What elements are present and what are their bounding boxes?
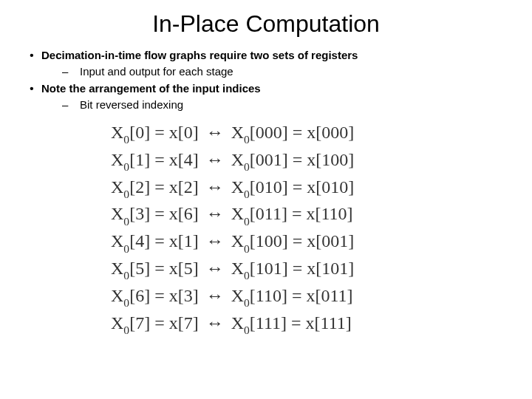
bullet-dash-icon: – — [62, 98, 80, 112]
bullet-dot-icon: • — [22, 48, 41, 63]
bullet-dot-icon: • — [22, 81, 41, 96]
bullet-dash-icon: – — [62, 64, 80, 79]
slide-title: In-Place Computation — [22, 10, 510, 38]
equation-row: X0[5] = x[5] ↔ X0[101] = x[101] — [111, 259, 510, 282]
bullet-list: • Decimation-in-time flow graphs require… — [22, 48, 510, 112]
bullet-text: Note the arrangement of the input indice… — [41, 81, 261, 96]
equation-row: X0[4] = x[1] ↔ X0[100] = x[001] — [111, 231, 510, 254]
equation-row: X0[0] = x[0] ↔ X0[000] = x[000] — [111, 123, 510, 146]
bullet-text: Decimation-in-time flow graphs require t… — [41, 48, 358, 63]
bullet-item: • Decimation-in-time flow graphs require… — [22, 48, 510, 63]
equation-row: X0[1] = x[4] ↔ X0[001] = x[100] — [111, 150, 510, 173]
equation-block: X0[0] = x[0] ↔ X0[000] = x[000]X0[1] = x… — [111, 123, 510, 335]
equation-row: X0[7] = x[7] ↔ X0[111] = x[111] — [111, 313, 510, 336]
bullet-item: • Note the arrangement of the input indi… — [22, 81, 510, 96]
equation-row: X0[3] = x[6] ↔ X0[011] = x[110] — [111, 204, 510, 227]
bullet-subitem: – Input and output for each stage — [62, 64, 510, 79]
equation-row: X0[6] = x[3] ↔ X0[110] = x[011] — [111, 286, 510, 309]
equation-row: X0[2] = x[2] ↔ X0[010] = x[010] — [111, 177, 510, 200]
bullet-subitem: – Bit reversed indexing — [62, 98, 510, 112]
bullet-text: Input and output for each stage — [80, 64, 233, 79]
bullet-text: Bit reversed indexing — [80, 98, 183, 112]
